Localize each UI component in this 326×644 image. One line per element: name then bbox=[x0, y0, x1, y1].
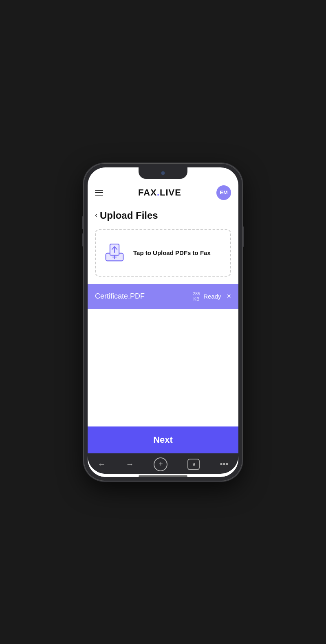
header: FAX.LIVE EM bbox=[88, 180, 238, 204]
nav-back-button[interactable]: ← bbox=[97, 459, 106, 469]
file-name: Certificate.PDF bbox=[95, 292, 145, 301]
file-status: Ready bbox=[203, 293, 221, 300]
file-meta: 285 KB Ready × bbox=[193, 291, 231, 302]
power-button bbox=[242, 226, 244, 247]
nav-add-button[interactable]: + bbox=[154, 457, 167, 471]
avatar[interactable]: EM bbox=[216, 185, 231, 200]
volume-down-button bbox=[82, 233, 84, 246]
bottom-nav: ← → + 9 ••• bbox=[88, 453, 238, 474]
content-spacer bbox=[88, 309, 238, 426]
page-title: Upload Files bbox=[100, 210, 158, 221]
file-remove-button[interactable]: × bbox=[227, 292, 231, 301]
page-title-row: ‹ Upload Files bbox=[88, 204, 238, 225]
next-button[interactable]: Next bbox=[88, 426, 238, 453]
home-indicator bbox=[139, 475, 187, 477]
upload-prompt-text: Tap to Upload PDFs to Fax bbox=[133, 249, 211, 256]
front-camera bbox=[161, 171, 165, 175]
phone-screen: FAX.LIVE EM ‹ Upload Files bbox=[88, 167, 238, 477]
file-size: 285 KB bbox=[193, 291, 200, 302]
nav-tabs-button[interactable]: 9 bbox=[187, 459, 200, 470]
file-item: Certificate.PDF 285 KB Ready × bbox=[88, 284, 238, 309]
back-button[interactable]: ‹ bbox=[95, 211, 97, 220]
upload-icon bbox=[102, 240, 127, 266]
notch bbox=[139, 167, 187, 179]
avatar-initials: EM bbox=[220, 189, 228, 196]
app-content: FAX.LIVE EM ‹ Upload Files bbox=[88, 167, 238, 477]
phone-frame: FAX.LIVE EM ‹ Upload Files bbox=[84, 163, 242, 481]
app-logo: FAX.LIVE bbox=[138, 187, 181, 198]
nav-forward-button[interactable]: → bbox=[126, 459, 134, 469]
upload-area[interactable]: Tap to Upload PDFs to Fax bbox=[95, 229, 231, 277]
volume-up-button bbox=[82, 216, 84, 229]
logo-dot: . bbox=[157, 187, 160, 198]
hamburger-menu-icon[interactable] bbox=[95, 190, 103, 196]
nav-more-button[interactable]: ••• bbox=[220, 459, 228, 469]
